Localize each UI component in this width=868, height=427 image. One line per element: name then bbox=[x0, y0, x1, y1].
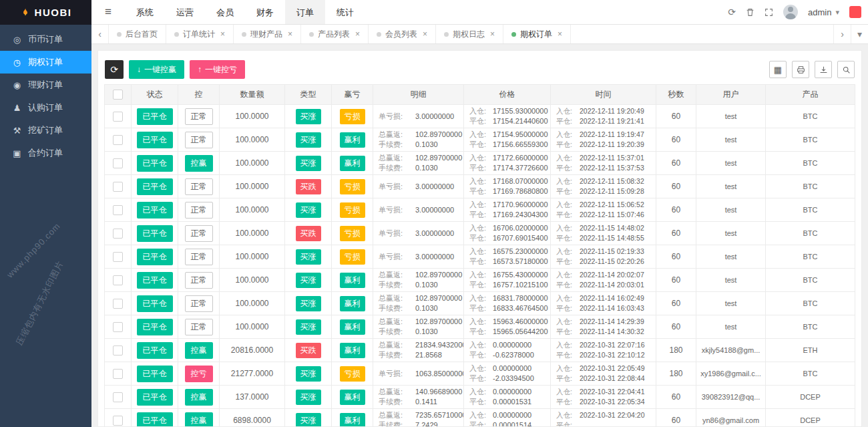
type-cell: 买涨 bbox=[285, 245, 332, 269]
tabs-menu-button[interactable]: ▾ bbox=[851, 25, 868, 43]
select-all-checkbox[interactable] bbox=[113, 90, 123, 100]
price-entry-value: 17168.07000000 bbox=[493, 176, 548, 186]
price-exit-line: 平仓:-2.03394500 bbox=[469, 374, 549, 384]
tab-item[interactable]: 期权日志× bbox=[436, 25, 503, 43]
tabs-scroll-left-button[interactable]: ‹ bbox=[91, 25, 109, 43]
user-menu[interactable]: admin bbox=[808, 7, 831, 17]
avatar[interactable] bbox=[783, 5, 798, 19]
tab-item[interactable]: 后台首页 bbox=[109, 25, 166, 43]
tab-item[interactable]: 理财产品× bbox=[234, 25, 301, 43]
user-cell: test bbox=[696, 292, 766, 315]
caret-down-icon[interactable]: ▾ bbox=[835, 8, 839, 17]
control-button[interactable]: 正常 bbox=[185, 225, 213, 242]
tab-item[interactable]: 订单统计× bbox=[166, 25, 234, 43]
tab-close-icon[interactable]: × bbox=[490, 29, 495, 39]
control-button[interactable]: 控赢 bbox=[185, 155, 213, 172]
tab-close-icon[interactable]: × bbox=[220, 29, 225, 39]
row-checkbox[interactable] bbox=[113, 182, 123, 192]
one-key-control-lose-button[interactable]: ↑ 一键控亏 bbox=[190, 60, 245, 79]
alert-badge[interactable] bbox=[849, 6, 861, 18]
status-button[interactable]: 已平仓 bbox=[137, 272, 173, 289]
control-button[interactable]: 控赢 bbox=[185, 342, 213, 359]
sidebar-item-coin-orders[interactable]: ◎币币订单 bbox=[0, 28, 91, 51]
status-button[interactable]: 已平仓 bbox=[137, 249, 173, 265]
refresh-icon[interactable]: ⟳ bbox=[728, 7, 736, 17]
time-exit-line: 平仓:2022-11-15 14:48:55 bbox=[556, 233, 654, 243]
control-button[interactable]: 正常 bbox=[185, 202, 213, 219]
clear-cache-icon[interactable] bbox=[746, 8, 754, 17]
status-button[interactable]: 已平仓 bbox=[137, 389, 173, 406]
row-checkbox[interactable] bbox=[113, 252, 123, 262]
time-cell: 入仓:2022-12-11 15:37:01平仓:2022-12-11 15:3… bbox=[551, 152, 656, 175]
row-checkbox[interactable] bbox=[113, 416, 123, 426]
top-nav-item[interactable]: 会员 bbox=[205, 0, 245, 24]
row-checkbox[interactable] bbox=[113, 229, 123, 239]
export-button[interactable] bbox=[815, 61, 832, 78]
sidebar-item-finance-orders[interactable]: ◉理财订单 bbox=[0, 74, 91, 96]
status-button[interactable]: 已平仓 bbox=[137, 108, 173, 125]
sidebar-item-contract-orders[interactable]: ▣合约订单 bbox=[0, 142, 91, 164]
type-cell: 买跌 bbox=[285, 339, 332, 362]
tab-dot-icon bbox=[377, 32, 381, 37]
control-button[interactable]: 正常 bbox=[185, 132, 213, 148]
detail-cell: 总赢返:21834.94320000手续费:21.8568 bbox=[373, 339, 464, 362]
time-entry-label: 入仓: bbox=[556, 340, 576, 350]
tab-close-icon[interactable]: × bbox=[558, 29, 562, 39]
sidebar-item-subscribe-orders[interactable]: ♟认购订单 bbox=[0, 96, 91, 119]
row-checkbox[interactable] bbox=[113, 392, 123, 402]
top-nav-item[interactable]: 订单 bbox=[285, 0, 325, 24]
row-checkbox[interactable] bbox=[113, 345, 123, 355]
filter-columns-button[interactable]: ▦ bbox=[769, 61, 787, 78]
price-entry-label: 入仓: bbox=[469, 176, 489, 186]
control-button[interactable]: 正常 bbox=[185, 249, 213, 265]
sidebar-item-mining-orders[interactable]: ⚒挖矿订单 bbox=[0, 119, 91, 142]
top-nav-item[interactable]: 统计 bbox=[325, 0, 365, 24]
status-button[interactable]: 已平仓 bbox=[137, 319, 173, 335]
row-checkbox[interactable] bbox=[113, 158, 123, 168]
status-button[interactable]: 已平仓 bbox=[137, 132, 173, 148]
result-tag: 亏损 bbox=[340, 179, 365, 194]
control-button[interactable]: 正常 bbox=[185, 272, 213, 289]
status-button[interactable]: 已平仓 bbox=[137, 366, 173, 382]
control-button[interactable]: 正常 bbox=[185, 295, 213, 312]
row-checkbox[interactable] bbox=[113, 112, 123, 122]
status-button[interactable]: 已平仓 bbox=[137, 412, 173, 427]
row-checkbox[interactable] bbox=[113, 369, 123, 379]
row-checkbox[interactable] bbox=[113, 275, 123, 285]
row-checkbox[interactable] bbox=[113, 205, 123, 215]
status-button[interactable]: 已平仓 bbox=[137, 295, 173, 312]
status-button[interactable]: 已平仓 bbox=[137, 342, 173, 359]
control-button[interactable]: 正常 bbox=[185, 319, 213, 335]
status-button[interactable]: 已平仓 bbox=[137, 178, 173, 195]
fullscreen-icon[interactable] bbox=[765, 8, 773, 17]
search-button[interactable] bbox=[837, 61, 855, 78]
row-checkbox[interactable] bbox=[113, 135, 123, 145]
menu-toggle-icon[interactable]: ≡ bbox=[91, 0, 125, 24]
control-button[interactable]: 控赢 bbox=[185, 389, 213, 406]
control-button[interactable]: 控亏 bbox=[185, 366, 213, 382]
tab-item[interactable]: 期权订单× bbox=[503, 25, 571, 43]
tab-close-icon[interactable]: × bbox=[423, 29, 427, 39]
refresh-table-button[interactable]: ⟳ bbox=[105, 60, 124, 79]
status-button[interactable]: 已平仓 bbox=[137, 155, 173, 172]
top-nav-item[interactable]: 系统 bbox=[125, 0, 165, 24]
one-key-control-win-button[interactable]: ↓ 一键控赢 bbox=[129, 60, 184, 79]
control-button[interactable]: 正常 bbox=[185, 108, 213, 125]
tab-item[interactable]: 产品列表× bbox=[301, 25, 369, 43]
sidebar-item-option-orders[interactable]: ◷期权订单 bbox=[0, 51, 91, 74]
tab-item[interactable]: 会员列表× bbox=[369, 25, 436, 43]
price-exit-label: 平仓: bbox=[469, 420, 489, 427]
control-button[interactable]: 正常 bbox=[185, 178, 213, 195]
tab-close-icon[interactable]: × bbox=[355, 29, 360, 39]
row-checkbox[interactable] bbox=[113, 299, 123, 309]
status-button[interactable]: 已平仓 bbox=[137, 225, 173, 242]
top-nav-item[interactable]: 财务 bbox=[245, 0, 285, 24]
control-button[interactable]: 控赢 bbox=[185, 412, 213, 427]
status-button[interactable]: 已平仓 bbox=[137, 202, 173, 219]
top-nav-item[interactable]: 运营 bbox=[165, 0, 205, 24]
price-entry-line: 入仓:0.00000000 bbox=[469, 364, 549, 374]
print-button[interactable] bbox=[792, 61, 809, 78]
tabs-scroll-right-button[interactable]: › bbox=[833, 25, 851, 43]
tab-close-icon[interactable]: × bbox=[288, 29, 292, 39]
row-checkbox[interactable] bbox=[113, 322, 123, 332]
